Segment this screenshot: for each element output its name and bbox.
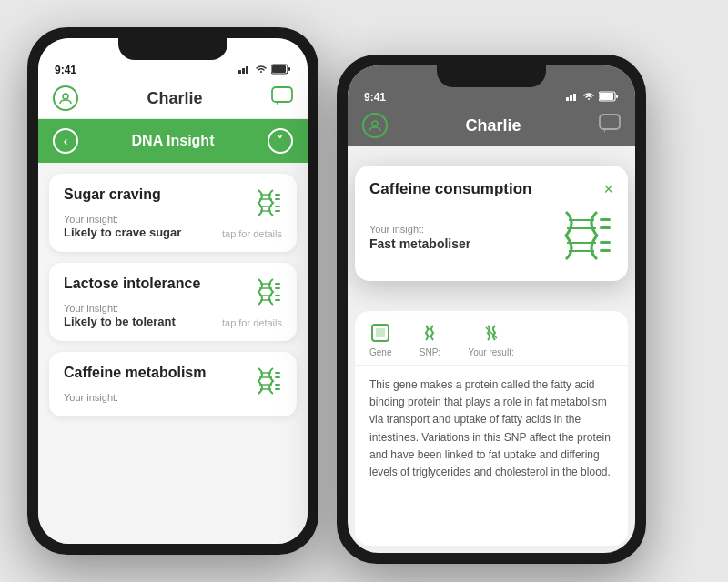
card-sugar-craving[interactable]: Sugar craving (49, 174, 297, 252)
top-nav-right: Charlie (348, 105, 635, 146)
popup-dna-icon (550, 208, 613, 266)
phone-left-screen: 9:41 (38, 38, 308, 544)
nav-title-left: Charlie (147, 89, 202, 108)
gene-label: Gene (369, 347, 391, 357)
phone-left: 9:41 (27, 27, 318, 555)
card-title-2: Lactose intolerance (64, 276, 200, 291)
svg-point-38 (372, 121, 378, 126)
svg-rect-15 (275, 210, 280, 212)
svg-rect-34 (573, 94, 576, 101)
card-title-3: Caffeine metabolism (64, 365, 206, 380)
phone-right-screen: 9:41 (348, 65, 635, 553)
svg-rect-14 (275, 206, 280, 207)
time-right: 9:41 (364, 91, 386, 104)
popup-insight-value: Fast metaboliser (369, 236, 470, 251)
top-nav-left: Charlie (38, 78, 308, 119)
time-left: 9:41 (55, 64, 76, 76)
detail-icons-row: Gene SNP: (355, 311, 628, 366)
signal-icon-left (238, 65, 251, 75)
svg-rect-0 (238, 70, 241, 74)
detail-body-text: This gene makes a protein called the fat… (355, 366, 628, 492)
phone-right: 9:41 (337, 55, 646, 564)
tap-details-2: tap for details (222, 317, 282, 328)
svg-rect-32 (566, 97, 569, 101)
nav-title-right: Charlie (465, 116, 521, 135)
svg-rect-44 (600, 218, 611, 221)
scene: 9:41 (0, 0, 728, 582)
svg-rect-21 (275, 287, 280, 289)
popup-header: Caffeine consumption × (369, 180, 613, 199)
detail-icon-snp: SNP: (419, 322, 440, 357)
svg-rect-20 (275, 283, 280, 285)
profile-icon-left[interactable] (53, 85, 78, 111)
svg-rect-22 (275, 295, 280, 296)
down-button-left[interactable]: ˅ (268, 128, 293, 154)
svg-point-6 (63, 94, 68, 99)
svg-rect-12 (275, 194, 280, 196)
status-icons-right (566, 91, 619, 104)
svg-rect-28 (275, 372, 280, 374)
section-title-left: DNA Insight (132, 133, 215, 149)
card-title-1: Sugar craving (64, 186, 161, 202)
cards-container-left: Sugar craving (38, 163, 308, 544)
popup-insight-label: Your insight: (369, 224, 470, 235)
popup-title: Caffeine consumption (369, 180, 532, 198)
status-icons-left (238, 64, 291, 76)
wifi-icon-left (255, 65, 268, 75)
card-caffeine[interactable]: Caffeine metabolism (49, 352, 297, 416)
chat-icon-right[interactable] (599, 114, 621, 138)
snp-label: SNP: (420, 347, 440, 357)
svg-rect-37 (616, 95, 618, 98)
svg-rect-13 (275, 198, 280, 200)
svg-rect-39 (600, 115, 620, 129)
notch-right (437, 65, 546, 87)
tap-details-1: tap for details (222, 228, 282, 239)
notch-left (118, 38, 228, 60)
svg-rect-47 (600, 249, 611, 252)
svg-rect-1 (242, 68, 245, 74)
svg-rect-49 (376, 328, 385, 337)
card-lactose[interactable]: Lactose intolerance (49, 263, 297, 341)
svg-rect-2 (246, 66, 248, 74)
battery-icon-left (271, 64, 291, 76)
chat-icon-left[interactable] (271, 86, 293, 111)
section-bar-left: ‹ DNA Insight ˅ (38, 119, 308, 163)
svg-rect-33 (570, 95, 572, 101)
dna-icon-1 (249, 186, 282, 225)
svg-rect-5 (288, 67, 290, 71)
popup-card: Caffeine consumption × Your insight: Fas… (355, 166, 628, 281)
svg-rect-29 (275, 376, 280, 378)
svg-rect-36 (600, 93, 613, 100)
svg-rect-46 (600, 241, 611, 244)
detail-icon-result: Your result: (468, 322, 513, 357)
svg-rect-7 (272, 87, 292, 102)
detail-section: Gene SNP: (355, 311, 628, 546)
svg-rect-31 (275, 388, 280, 390)
popup-insight-block: Your insight: Fast metaboliser (369, 224, 470, 251)
svg-rect-23 (275, 299, 280, 301)
battery-icon-right (599, 91, 619, 104)
wifi-icon-right (582, 92, 595, 103)
svg-rect-4 (272, 65, 286, 73)
popup-content: Your insight: Fast metaboliser (369, 208, 613, 266)
signal-icon-right (566, 92, 579, 103)
close-button[interactable]: × (603, 180, 613, 199)
result-label: Your result: (468, 347, 513, 357)
svg-rect-45 (600, 226, 611, 229)
profile-icon-right[interactable] (362, 113, 388, 138)
svg-rect-30 (275, 384, 280, 386)
dna-icon-3 (249, 365, 282, 403)
back-button-left[interactable]: ‹ (53, 128, 78, 154)
dna-icon-2 (249, 276, 282, 314)
detail-icon-gene: Gene (369, 322, 391, 357)
